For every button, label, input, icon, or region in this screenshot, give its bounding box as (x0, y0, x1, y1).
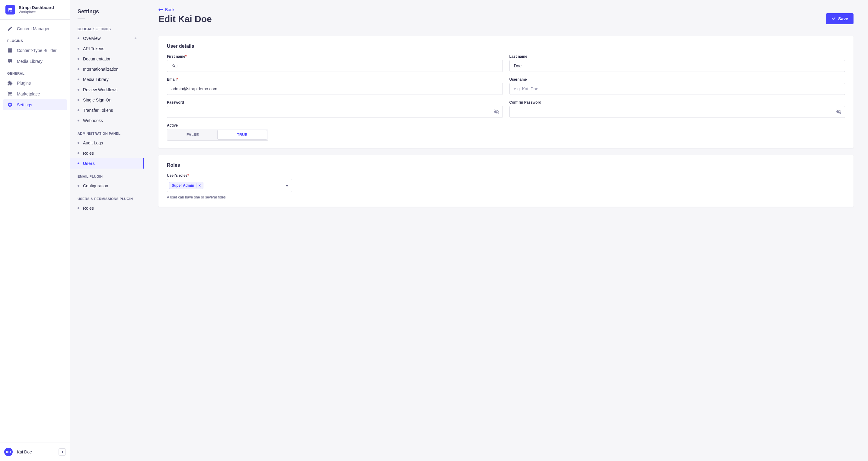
field-active: Active FALSE TRUE (167, 123, 503, 141)
settings-sidebar: Settings GLOBAL SETTINGS Overview API To… (70, 0, 144, 461)
user-details-heading: User details (167, 44, 845, 49)
settings-item-sso[interactable]: Single Sign-On (70, 95, 144, 105)
toggle-password-visibility[interactable] (494, 109, 499, 115)
nav-section-general-label: GENERAL (3, 67, 67, 78)
lastname-label: Last name (509, 54, 845, 59)
settings-item-overview[interactable]: Overview (70, 33, 144, 44)
field-email: Email* (167, 77, 503, 95)
role-tag-label: Super Admin (172, 183, 194, 188)
nav-content-type-builder[interactable]: Content-Type Builder (3, 45, 67, 56)
pencil-square-icon (7, 26, 13, 31)
bullet-icon (78, 142, 80, 144)
back-link[interactable]: Back (158, 7, 175, 12)
roles-card: Roles User's roles* Super Admin A user c… (158, 155, 854, 207)
indicator-dot-icon (134, 37, 136, 39)
settings-item-label: Internationalization (83, 67, 119, 71)
firstname-input[interactable] (167, 60, 503, 72)
collapse-sidebar-button[interactable] (59, 448, 66, 456)
email-label: Email* (167, 77, 503, 82)
active-toggle[interactable]: FALSE TRUE (167, 129, 268, 141)
toggle-true[interactable]: TRUE (217, 130, 267, 140)
settings-item-admin-roles[interactable]: Roles (70, 148, 144, 158)
roles-select[interactable]: Super Admin (167, 179, 292, 192)
bullet-icon (78, 79, 80, 80)
eye-off-icon (836, 109, 841, 115)
settings-item-audit-logs[interactable]: Audit Logs (70, 138, 144, 148)
settings-item-review-workflows[interactable]: Review Workflows (70, 85, 144, 95)
save-button[interactable]: Save (826, 13, 854, 24)
bullet-icon (78, 58, 80, 60)
password-input[interactable] (167, 106, 503, 118)
nav-label: Content Manager (17, 26, 50, 31)
chevron-left-icon (61, 451, 64, 454)
nav-settings[interactable]: Settings (3, 99, 67, 110)
section-global-label: GLOBAL SETTINGS (70, 21, 144, 33)
confirm-password-input[interactable] (509, 106, 845, 118)
user-name: Kai Doe (17, 450, 54, 454)
lastname-input[interactable] (509, 60, 845, 72)
settings-item-api-tokens[interactable]: API Tokens (70, 44, 144, 54)
settings-item-email-configuration[interactable]: Configuration (70, 181, 144, 191)
cart-icon (7, 91, 13, 97)
settings-item-admin-users[interactable]: Users (70, 158, 144, 169)
confirm-password-label: Confirm Password (509, 100, 845, 105)
user-details-card: User details First name* Last name Email… (158, 36, 854, 148)
avatar[interactable]: KD (4, 448, 13, 456)
toggle-confirm-password-visibility[interactable] (836, 109, 841, 115)
nav-media-library[interactable]: Media Library (3, 56, 67, 67)
settings-item-webhooks[interactable]: Webhooks (70, 115, 144, 126)
save-label: Save (838, 16, 848, 21)
layout-icon (7, 48, 13, 53)
role-tag: Super Admin (169, 182, 204, 189)
divider (78, 19, 85, 19)
brand-header: Strapi Dashboard Workplace (0, 0, 70, 20)
nav-plugins[interactable]: Plugins (3, 78, 67, 88)
gear-icon (7, 102, 13, 108)
remove-role-button[interactable] (196, 183, 201, 188)
settings-item-label: Single Sign-On (83, 97, 112, 103)
nav-label: Media Library (17, 59, 42, 64)
username-input[interactable] (509, 83, 845, 95)
toggle-false[interactable]: FALSE (168, 130, 217, 140)
settings-item-i18n[interactable]: Internationalization (70, 64, 144, 74)
nav-label: Content-Type Builder (17, 48, 57, 53)
settings-item-transfer-tokens[interactable]: Transfer Tokens (70, 105, 144, 115)
settings-item-label: Media Library (83, 77, 108, 82)
eye-off-icon (494, 109, 499, 115)
settings-item-label: Webhooks (83, 118, 103, 123)
field-firstname: First name* (167, 54, 503, 72)
settings-item-label: Overview (83, 36, 100, 41)
user-footer: KD Kai Doe (0, 442, 70, 461)
bullet-icon (78, 163, 80, 164)
settings-item-label: Roles (83, 151, 94, 155)
settings-item-label: Roles (83, 206, 94, 210)
back-label: Back (165, 7, 175, 12)
field-user-roles: User's roles* Super Admin A user can hav… (167, 173, 292, 199)
settings-item-uap-roles[interactable]: Roles (70, 203, 144, 213)
nav-marketplace[interactable]: Marketplace (3, 88, 67, 99)
check-icon (832, 17, 836, 21)
bullet-icon (78, 207, 80, 209)
password-label: Password (167, 100, 503, 105)
field-username: Username (509, 77, 845, 95)
settings-item-label: Users (83, 161, 95, 166)
settings-item-label: Review Workflows (83, 87, 117, 92)
settings-item-label: Transfer Tokens (83, 108, 113, 113)
brand-text: Strapi Dashboard Workplace (19, 5, 54, 14)
settings-heading: Settings (70, 7, 144, 19)
email-input[interactable] (167, 83, 503, 95)
active-label: Active (167, 123, 503, 127)
roles-dropdown-caret[interactable] (286, 183, 288, 188)
bullet-icon (78, 99, 80, 101)
image-icon (7, 59, 13, 64)
page-header: Back Edit Kai Doe Save (144, 0, 868, 29)
settings-item-media-library[interactable]: Media Library (70, 74, 144, 85)
field-confirm-password: Confirm Password (509, 100, 845, 118)
bullet-icon (78, 185, 80, 187)
field-password: Password (167, 100, 503, 118)
nav-content-manager[interactable]: Content Manager (3, 23, 67, 34)
close-icon (198, 184, 201, 187)
settings-item-documentation[interactable]: Documentation (70, 54, 144, 64)
bullet-icon (78, 109, 80, 111)
bullet-icon (78, 37, 80, 39)
